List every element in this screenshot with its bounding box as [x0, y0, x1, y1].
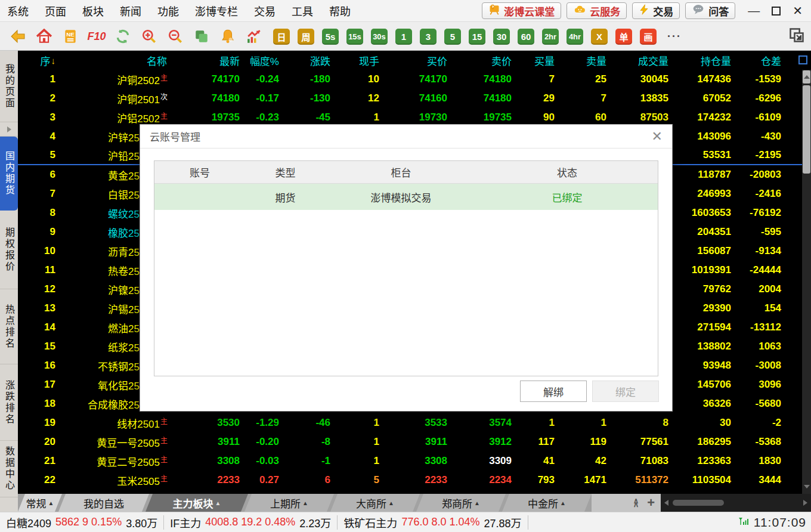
menu-item[interactable]: 工具 — [292, 3, 313, 18]
add-tab-button[interactable]: + — [647, 496, 655, 509]
column-header[interactable]: 序↓ — [18, 53, 57, 68]
trade-button[interactable]: 交易 — [632, 2, 680, 19]
status-quote[interactable]: IF主力4008.8 19.2 0.48%2.23万 — [164, 515, 337, 530]
column-header[interactable]: 现手 — [332, 53, 380, 68]
sort-arrow-icon: ↓ — [51, 55, 56, 66]
column-header[interactable]: 卖量 — [556, 53, 608, 68]
horizontal-scrollbar[interactable] — [661, 494, 811, 512]
bottom-tab[interactable]: 中金所▲ — [502, 494, 592, 512]
dialog-title-bar: 云账号管理 ✕ — [140, 125, 672, 149]
value-cell: 74180 — [448, 73, 513, 85]
cloud-service-button[interactable]: 云服务 — [567, 2, 627, 19]
period-button[interactable]: 30 — [493, 29, 510, 45]
scrollbar-thumb[interactable] — [803, 85, 810, 174]
qa-button[interactable]: 问答 — [685, 2, 735, 19]
layers-icon[interactable] — [192, 27, 211, 45]
table-row[interactable]: 20黄豆一号2505主3911-0.20-8139113912117119775… — [18, 432, 811, 451]
dialog-close-icon[interactable]: ✕ — [652, 130, 663, 143]
column-header[interactable]: 涨跌 — [280, 53, 332, 68]
bottom-tab[interactable]: 郑商所▲ — [416, 494, 506, 512]
unbind-button[interactable]: 解绑 — [520, 381, 587, 402]
period-button[interactable]: 1 — [395, 29, 412, 45]
sidebar-item[interactable]: 期权报价 — [0, 211, 18, 289]
sidebar-expand-arrow[interactable] — [0, 122, 18, 137]
status-quote[interactable]: 铁矿石主力776.0 8.0 1.04%27.88万 — [338, 515, 527, 530]
sidebar-item[interactable]: 热点排名 — [0, 289, 18, 364]
scroll-left-icon[interactable] — [664, 500, 668, 506]
period-button[interactable]: 3 — [420, 29, 437, 45]
account-row[interactable]: 期货 澎博模拟交易 已绑定 — [154, 184, 658, 210]
table-row[interactable]: 1沪铜2502主74170-0.24-180107417074180725300… — [18, 70, 811, 89]
period-button[interactable]: 60 — [518, 29, 534, 45]
period-button[interactable]: X — [591, 29, 608, 45]
period-button[interactable]: 4hr — [567, 29, 583, 45]
hscrollbar-thumb[interactable] — [673, 500, 724, 506]
column-header[interactable]: 买价 — [380, 53, 448, 68]
period-button[interactable]: 5s — [322, 29, 339, 45]
column-header[interactable]: 名称 — [57, 53, 168, 68]
period-button[interactable]: 15s — [346, 29, 363, 45]
menu-item[interactable]: 页面 — [45, 3, 66, 18]
vertical-scrollbar[interactable] — [802, 70, 811, 494]
bottom-tab[interactable]: 主力板块▲ — [146, 494, 248, 512]
column-header[interactable]: 持仓量 — [670, 53, 732, 68]
period-button[interactable]: 画 — [640, 29, 657, 45]
bind-button[interactable]: 绑定 — [592, 381, 659, 402]
column-header[interactable]: 卖价 — [448, 53, 513, 68]
collapse-tabs-icon[interactable]: ∧∧ — [633, 499, 639, 506]
table-row[interactable]: 2沪铜2501次74180-0.17-130127416074180297138… — [18, 89, 811, 108]
zoom-in-icon[interactable] — [140, 27, 159, 45]
scroll-down-icon[interactable] — [803, 480, 810, 493]
table-row[interactable]: 21黄豆二号2505主3308-0.03-1133083309414271083… — [18, 451, 811, 471]
maximize-button[interactable] — [772, 7, 781, 16]
period-button[interactable]: 单 — [615, 29, 632, 45]
period-button[interactable]: 15 — [469, 29, 485, 45]
sidebar-item[interactable]: 我的页面 — [0, 51, 18, 122]
value-cell: 3309 — [448, 455, 513, 467]
scroll-right-icon[interactable] — [803, 500, 807, 506]
minimize-button[interactable]: — — [748, 5, 760, 17]
f10-icon[interactable]: F10 — [87, 27, 106, 45]
home-icon[interactable] — [35, 27, 54, 45]
column-header[interactable]: 成交量 — [608, 53, 670, 68]
period-button[interactable]: 30s — [371, 29, 388, 45]
more-tools-button[interactable]: ··· — [667, 30, 682, 43]
column-header[interactable]: 仓差 — [732, 53, 782, 68]
column-header[interactable]: 幅度% — [241, 53, 280, 68]
column-header[interactable]: 最新 — [168, 53, 241, 68]
zoom-out-icon[interactable] — [166, 27, 185, 45]
period-button[interactable]: 日 — [273, 29, 290, 45]
menu-item[interactable]: 新闻 — [120, 3, 141, 18]
menu-item[interactable]: 板块 — [82, 3, 104, 18]
scroll-up-icon[interactable] — [803, 70, 810, 83]
column-header[interactable]: 买量 — [513, 53, 556, 68]
table-row[interactable]: 22玉米2505主22330.2765223322347931471511372… — [18, 471, 811, 490]
sidebar-item[interactable]: 涨跌排名 — [0, 364, 18, 441]
bottom-tab[interactable]: 大商所▲ — [330, 494, 420, 512]
period-button[interactable]: 2hr — [542, 29, 559, 45]
contract-name: 沪镍25 — [108, 282, 140, 297]
menu-item[interactable]: 澎博专栏 — [195, 3, 238, 18]
sidebar-item[interactable]: 数据中心 — [0, 441, 18, 497]
alert-bell-icon[interactable] — [218, 27, 237, 45]
news-icon[interactable]: NE — [61, 27, 80, 45]
menu-item[interactable]: 系统 — [7, 3, 29, 18]
status-quote[interactable]: 白糖24095862 9 0.15%3.80万 — [0, 515, 163, 530]
period-button[interactable]: 5 — [444, 29, 461, 45]
bottom-tab[interactable]: 上期所▲ — [244, 494, 334, 512]
menu-item[interactable]: 交易 — [254, 3, 276, 18]
sidebar-item[interactable]: 国内期货 — [0, 137, 18, 211]
bottom-tab[interactable]: 我的自选 — [58, 494, 149, 512]
period-button[interactable]: 周 — [298, 29, 314, 45]
multi-window-icon[interactable] — [788, 27, 811, 46]
cloud-classroom-button[interactable]: 澎博云课堂 — [482, 2, 561, 19]
close-button[interactable]: ✕ — [793, 5, 803, 17]
menu-item[interactable]: 帮助 — [329, 3, 351, 18]
back-icon[interactable] — [8, 27, 27, 45]
refresh-icon[interactable] — [113, 27, 132, 45]
bottom-tab[interactable]: 常规▲ — [18, 494, 62, 512]
table-row[interactable]: 19线材2501主3530-1.29-4613533357411830-2 — [18, 413, 811, 432]
column-select-icon[interactable] — [798, 55, 807, 64]
menu-item[interactable]: 功能 — [157, 3, 179, 18]
trend-icon[interactable] — [244, 27, 264, 45]
